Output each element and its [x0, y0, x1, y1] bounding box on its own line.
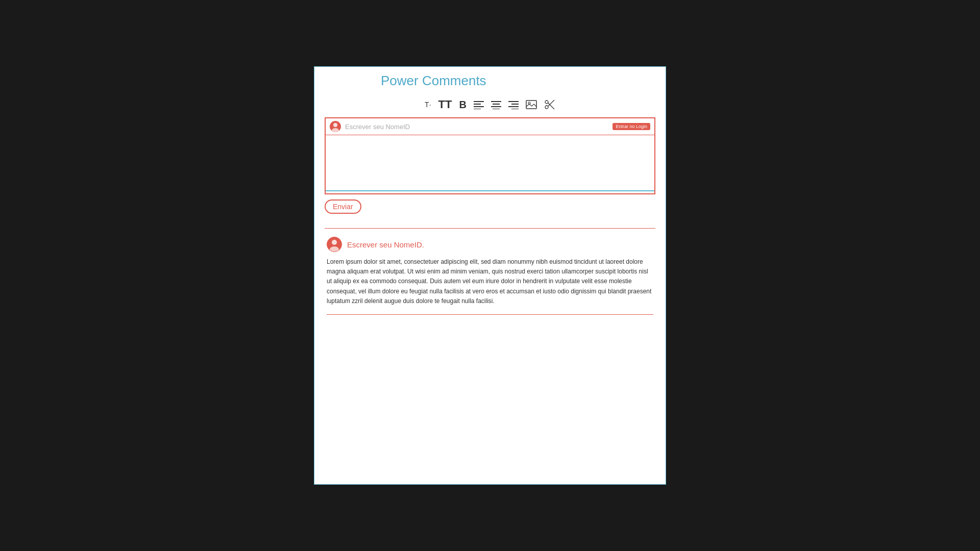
small-text-button[interactable]: T· [423, 99, 433, 110]
image-button[interactable] [524, 99, 539, 110]
comment-input-area: Escrever seu NomeID Entrar no Login [325, 117, 655, 194]
bold-button[interactable]: B [457, 98, 468, 112]
svg-rect-10 [508, 106, 519, 107]
comment-body: Lorem ipsum dolor sit amet, consectetuer… [327, 257, 653, 306]
svg-rect-8 [508, 101, 519, 102]
nome-placeholder: Escrever seu NomeID [345, 123, 612, 131]
comment-section: Escrever seu NomeID. Lorem ipsum dolor s… [325, 237, 655, 315]
svg-rect-5 [493, 104, 500, 105]
toolbar: T· TT B [325, 97, 655, 112]
comment-textarea[interactable] [326, 135, 654, 191]
scissors-button[interactable] [542, 98, 557, 111]
svg-rect-4 [491, 101, 501, 102]
comment-avatar [327, 237, 342, 252]
svg-point-14 [545, 101, 548, 104]
svg-rect-11 [511, 109, 519, 109]
page-container: Power Comments T· TT B [314, 66, 666, 485]
svg-rect-0 [474, 101, 484, 102]
align-left-button[interactable] [472, 99, 486, 110]
svg-rect-7 [493, 109, 500, 109]
svg-line-17 [548, 100, 554, 107]
login-badge: Entrar no Login [612, 123, 650, 130]
large-text-button[interactable]: TT [436, 97, 454, 112]
input-avatar [330, 121, 341, 132]
align-center-button[interactable] [489, 99, 503, 110]
svg-rect-9 [511, 104, 519, 105]
comment-input-header: Escrever seu NomeID Entrar no Login [326, 118, 654, 135]
comment-author: Escrever seu NomeID. [347, 240, 424, 249]
comment-divider [327, 314, 653, 315]
svg-point-15 [545, 106, 548, 109]
enviar-button[interactable]: Enviar [325, 199, 361, 214]
align-right-button[interactable] [506, 99, 521, 110]
svg-rect-2 [474, 106, 484, 107]
svg-rect-6 [491, 106, 501, 107]
app-title: Power Comments [325, 73, 655, 89]
svg-line-16 [548, 103, 554, 110]
svg-rect-3 [474, 109, 481, 109]
svg-rect-1 [474, 104, 481, 105]
svg-rect-12 [526, 101, 536, 109]
comment-header: Escrever seu NomeID. [327, 237, 653, 252]
top-divider [325, 228, 655, 229]
